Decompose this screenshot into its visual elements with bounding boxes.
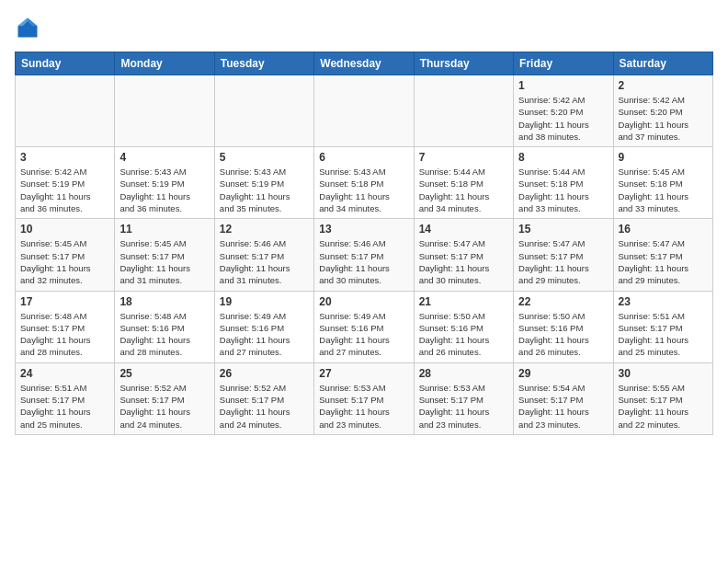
day-number: 22 [518, 295, 608, 308]
day-number: 11 [119, 223, 209, 236]
calendar-week-row: 1Sunrise: 5:42 AM Sunset: 5:20 PM Daylig… [16, 75, 713, 147]
day-number: 5 [220, 151, 309, 164]
calendar-cell [314, 75, 414, 147]
calendar-cell: 21Sunrise: 5:50 AM Sunset: 5:16 PM Dayli… [414, 291, 513, 362]
day-info: Sunrise: 5:50 AM Sunset: 5:16 PM Dayligh… [518, 310, 608, 359]
day-info: Sunrise: 5:43 AM Sunset: 5:18 PM Dayligh… [319, 166, 408, 214]
calendar-cell: 20Sunrise: 5:49 AM Sunset: 5:16 PM Dayli… [314, 291, 414, 362]
day-number: 12 [220, 223, 309, 236]
day-number: 29 [518, 367, 608, 380]
day-info: Sunrise: 5:46 AM Sunset: 5:17 PM Dayligh… [319, 237, 408, 286]
day-number: 6 [319, 151, 408, 164]
calendar-cell: 6Sunrise: 5:43 AM Sunset: 5:18 PM Daylig… [314, 147, 414, 219]
day-number: 21 [419, 295, 508, 308]
calendar-week-row: 24Sunrise: 5:51 AM Sunset: 5:17 PM Dayli… [16, 362, 713, 434]
calendar-cell: 2Sunrise: 5:42 AM Sunset: 5:20 PM Daylig… [613, 75, 712, 147]
calendar-cell: 14Sunrise: 5:47 AM Sunset: 5:17 PM Dayli… [414, 219, 513, 291]
calendar-week-row: 17Sunrise: 5:48 AM Sunset: 5:17 PM Dayli… [16, 291, 713, 362]
calendar-cell [16, 75, 115, 147]
calendar-cell: 15Sunrise: 5:47 AM Sunset: 5:17 PM Dayli… [514, 219, 613, 291]
day-number: 3 [20, 151, 109, 164]
day-info: Sunrise: 5:44 AM Sunset: 5:18 PM Dayligh… [419, 166, 508, 214]
day-number: 16 [619, 223, 708, 236]
calendar-cell: 18Sunrise: 5:48 AM Sunset: 5:16 PM Dayli… [115, 291, 214, 362]
calendar-cell [414, 75, 513, 147]
calendar-week-row: 10Sunrise: 5:45 AM Sunset: 5:17 PM Dayli… [16, 219, 713, 291]
day-number: 23 [619, 295, 708, 308]
day-number: 26 [220, 367, 309, 380]
day-number: 17 [20, 295, 109, 308]
logo-icon [15, 15, 40, 40]
day-info: Sunrise: 5:50 AM Sunset: 5:16 PM Dayligh… [419, 310, 508, 359]
calendar-cell: 1Sunrise: 5:42 AM Sunset: 5:20 PM Daylig… [514, 75, 613, 147]
calendar-cell: 30Sunrise: 5:55 AM Sunset: 5:17 PM Dayli… [613, 362, 712, 434]
day-info: Sunrise: 5:42 AM Sunset: 5:19 PM Dayligh… [20, 166, 109, 214]
calendar-cell: 4Sunrise: 5:43 AM Sunset: 5:19 PM Daylig… [115, 147, 214, 219]
calendar-cell: 13Sunrise: 5:46 AM Sunset: 5:17 PM Dayli… [314, 219, 414, 291]
day-number: 27 [319, 367, 408, 380]
day-info: Sunrise: 5:43 AM Sunset: 5:19 PM Dayligh… [220, 166, 309, 214]
day-info: Sunrise: 5:46 AM Sunset: 5:17 PM Dayligh… [220, 237, 309, 286]
day-number: 20 [319, 295, 408, 308]
day-info: Sunrise: 5:52 AM Sunset: 5:17 PM Dayligh… [220, 382, 309, 431]
day-info: Sunrise: 5:42 AM Sunset: 5:20 PM Dayligh… [518, 94, 608, 143]
day-info: Sunrise: 5:49 AM Sunset: 5:16 PM Dayligh… [319, 310, 408, 359]
day-info: Sunrise: 5:53 AM Sunset: 5:17 PM Dayligh… [319, 382, 408, 431]
day-number: 13 [319, 223, 408, 236]
calendar-cell: 22Sunrise: 5:50 AM Sunset: 5:16 PM Dayli… [514, 291, 613, 362]
weekday-header: Wednesday [314, 52, 414, 75]
day-number: 14 [419, 223, 508, 236]
weekday-header: Tuesday [214, 52, 313, 75]
calendar-cell: 8Sunrise: 5:44 AM Sunset: 5:18 PM Daylig… [514, 147, 613, 219]
calendar-cell: 11Sunrise: 5:45 AM Sunset: 5:17 PM Dayli… [115, 219, 214, 291]
calendar-cell: 10Sunrise: 5:45 AM Sunset: 5:17 PM Dayli… [16, 219, 115, 291]
day-info: Sunrise: 5:52 AM Sunset: 5:17 PM Dayligh… [119, 382, 209, 431]
day-number: 30 [619, 367, 708, 380]
calendar-cell: 17Sunrise: 5:48 AM Sunset: 5:17 PM Dayli… [16, 291, 115, 362]
weekday-header: Friday [514, 52, 613, 75]
day-number: 24 [20, 367, 109, 380]
calendar-cell: 12Sunrise: 5:46 AM Sunset: 5:17 PM Dayli… [214, 219, 313, 291]
day-info: Sunrise: 5:47 AM Sunset: 5:17 PM Dayligh… [419, 237, 508, 286]
calendar-cell: 16Sunrise: 5:47 AM Sunset: 5:17 PM Dayli… [613, 219, 712, 291]
day-info: Sunrise: 5:48 AM Sunset: 5:17 PM Dayligh… [20, 310, 109, 359]
calendar-cell: 24Sunrise: 5:51 AM Sunset: 5:17 PM Dayli… [16, 362, 115, 434]
calendar-cell: 27Sunrise: 5:53 AM Sunset: 5:17 PM Dayli… [314, 362, 414, 434]
page-header [15, 15, 713, 40]
calendar-table: SundayMondayTuesdayWednesdayThursdayFrid… [15, 52, 713, 435]
calendar-cell: 19Sunrise: 5:49 AM Sunset: 5:16 PM Dayli… [214, 291, 313, 362]
calendar-header-row: SundayMondayTuesdayWednesdayThursdayFrid… [16, 52, 713, 75]
day-info: Sunrise: 5:53 AM Sunset: 5:17 PM Dayligh… [419, 382, 508, 431]
day-number: 19 [220, 295, 309, 308]
weekday-header: Sunday [16, 52, 115, 75]
calendar-cell: 28Sunrise: 5:53 AM Sunset: 5:17 PM Dayli… [414, 362, 513, 434]
day-info: Sunrise: 5:49 AM Sunset: 5:16 PM Dayligh… [220, 310, 309, 359]
day-info: Sunrise: 5:43 AM Sunset: 5:19 PM Dayligh… [119, 166, 209, 214]
calendar-cell: 9Sunrise: 5:45 AM Sunset: 5:18 PM Daylig… [613, 147, 712, 219]
day-number: 15 [518, 223, 608, 236]
day-number: 1 [518, 79, 608, 92]
day-info: Sunrise: 5:47 AM Sunset: 5:17 PM Dayligh… [518, 237, 608, 286]
calendar-cell [214, 75, 313, 147]
day-number: 8 [518, 151, 608, 164]
day-number: 2 [619, 79, 708, 92]
day-info: Sunrise: 5:55 AM Sunset: 5:17 PM Dayligh… [619, 382, 708, 431]
calendar-cell: 29Sunrise: 5:54 AM Sunset: 5:17 PM Dayli… [514, 362, 613, 434]
day-info: Sunrise: 5:45 AM Sunset: 5:17 PM Dayligh… [20, 237, 109, 286]
day-number: 9 [619, 151, 708, 164]
weekday-header: Thursday [414, 52, 513, 75]
calendar-cell: 25Sunrise: 5:52 AM Sunset: 5:17 PM Dayli… [115, 362, 214, 434]
calendar-cell: 26Sunrise: 5:52 AM Sunset: 5:17 PM Dayli… [214, 362, 313, 434]
day-number: 25 [119, 367, 209, 380]
day-number: 28 [419, 367, 508, 380]
day-info: Sunrise: 5:54 AM Sunset: 5:17 PM Dayligh… [518, 382, 608, 431]
day-number: 4 [119, 151, 209, 164]
day-info: Sunrise: 5:42 AM Sunset: 5:20 PM Dayligh… [619, 94, 708, 143]
day-info: Sunrise: 5:48 AM Sunset: 5:16 PM Dayligh… [119, 310, 209, 359]
calendar-cell: 7Sunrise: 5:44 AM Sunset: 5:18 PM Daylig… [414, 147, 513, 219]
day-number: 7 [419, 151, 508, 164]
day-info: Sunrise: 5:45 AM Sunset: 5:18 PM Dayligh… [619, 166, 708, 214]
calendar-cell: 5Sunrise: 5:43 AM Sunset: 5:19 PM Daylig… [214, 147, 313, 219]
calendar-cell: 3Sunrise: 5:42 AM Sunset: 5:19 PM Daylig… [16, 147, 115, 219]
day-number: 10 [20, 223, 109, 236]
